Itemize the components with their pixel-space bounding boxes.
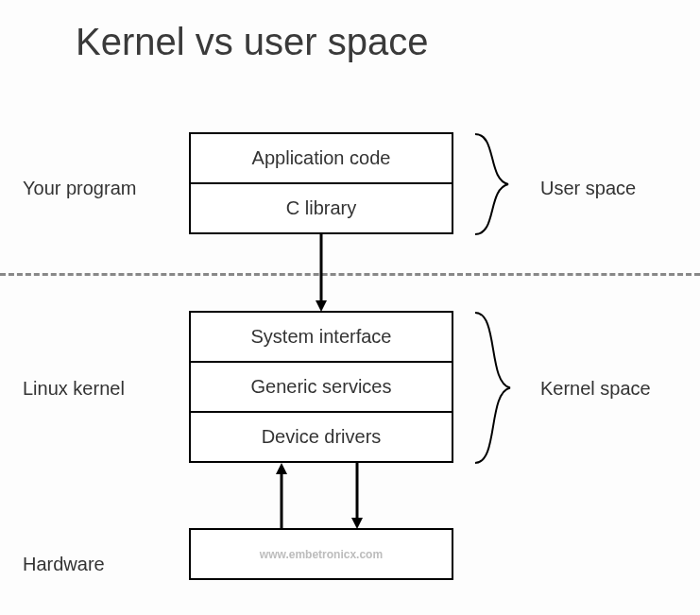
page-title: Kernel vs user space	[76, 21, 429, 63]
brace-kernel-space-icon	[470, 311, 527, 465]
label-user-space: User space	[540, 178, 636, 199]
box-label: C library	[286, 197, 356, 219]
label-linux-kernel: Linux kernel	[23, 378, 179, 400]
divider-dashed	[0, 273, 700, 276]
label-hardware: Hardware	[23, 554, 179, 575]
box-hardware: www.embetronicx.com	[189, 528, 453, 580]
box-device-drivers: Device drivers	[189, 411, 453, 463]
arrow-down-icon	[350, 463, 365, 529]
box-application-code: Application code	[189, 132, 453, 184]
box-label: Generic services	[251, 376, 392, 398]
box-label: Device drivers	[262, 426, 382, 448]
box-c-library: C library	[189, 182, 453, 234]
box-label: System interface	[251, 326, 392, 348]
box-system-interface: System interface	[189, 311, 453, 363]
label-your-program: Your program	[23, 178, 179, 199]
arrow-down-icon	[314, 234, 329, 312]
brace-user-space-icon	[470, 132, 527, 236]
box-label: Application code	[252, 147, 391, 169]
box-generic-services: Generic services	[189, 361, 453, 413]
label-kernel-space: Kernel space	[540, 378, 651, 400]
watermark-text: www.embetronicx.com	[260, 548, 383, 561]
arrow-up-icon	[274, 463, 289, 529]
